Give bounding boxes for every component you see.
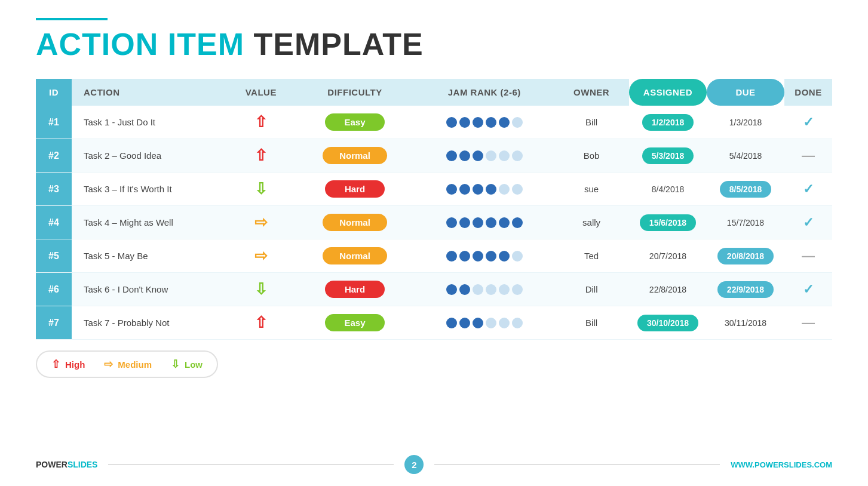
jam-dot-filled: [473, 251, 483, 262]
col-header-difficulty: DIFFICULTY: [295, 79, 415, 106]
row-done: ✓: [784, 173, 832, 206]
jam-dot-filled: [446, 184, 457, 195]
assigned-plain: 20/7/2018: [649, 251, 686, 261]
row-difficulty: Normal: [295, 239, 415, 273]
jam-dot-filled: [459, 117, 470, 128]
difficulty-badge: Easy: [325, 314, 385, 331]
jam-dot-filled: [459, 251, 470, 262]
row-due: 5/4/2018: [707, 139, 784, 173]
row-difficulty: Hard: [295, 273, 415, 306]
jam-dot-empty: [486, 318, 496, 328]
legend-bar: ⇧ High ⇨ Medium ⇩ Low: [36, 350, 218, 378]
table-row: #2 Task 2 – Good Idea ⇧ Normal Bob 5/3/2…: [36, 139, 832, 173]
jam-dot-empty: [512, 318, 523, 328]
row-done: ✓: [784, 106, 832, 139]
difficulty-badge: Normal: [323, 247, 387, 264]
jam-dot-filled: [459, 217, 470, 228]
jam-dot-filled: [486, 184, 496, 195]
row-jam-rank: [415, 173, 554, 206]
footer-line-right: [434, 464, 720, 465]
jam-dot-filled: [459, 318, 470, 328]
jam-dot-empty: [499, 284, 510, 295]
jam-dot-empty: [486, 284, 496, 295]
row-difficulty: Normal: [295, 206, 415, 239]
jam-dot-filled: [459, 150, 470, 161]
row-action: Task 7 - Probably Not: [72, 306, 227, 340]
row-jam-rank: [415, 139, 554, 173]
jam-dot-empty: [499, 150, 510, 161]
row-due: 30/11/2018: [707, 306, 784, 340]
row-id: #4: [36, 206, 72, 239]
row-done: —: [784, 139, 832, 173]
table-row: #4 Task 4 – Might as Well ⇨ Normal sally…: [36, 206, 832, 239]
jam-dot-filled: [446, 251, 457, 262]
difficulty-badge: Easy: [325, 113, 385, 131]
legend-high-label: High: [65, 359, 85, 370]
row-due: 8/5/2018: [707, 173, 784, 206]
row-owner: Ted: [554, 239, 629, 273]
due-plain: 1/3/2018: [729, 118, 762, 127]
legend-item-medium: ⇨ Medium: [104, 358, 152, 371]
row-owner: sue: [554, 173, 629, 206]
table-body: #1 Task 1 - Just Do It ⇧ Easy Bill 1/2/2…: [36, 106, 832, 340]
row-owner: Bob: [554, 139, 629, 173]
jam-dot-filled: [486, 117, 496, 128]
footer-page-number: 2: [404, 455, 424, 474]
legend-item-high: ⇧ High: [51, 358, 85, 371]
row-action: Task 3 – If It's Worth It: [72, 173, 227, 206]
row-action: Task 1 - Just Do It: [72, 106, 227, 139]
row-due: 1/3/2018: [707, 106, 784, 139]
title-part1: ACTION ITEM: [36, 27, 244, 61]
row-assigned: 15/6/2018: [629, 206, 707, 239]
title-part2: TEMPLATE: [244, 27, 424, 61]
jam-dot-empty: [512, 117, 523, 128]
jam-dot-filled: [459, 184, 470, 195]
row-id: #5: [36, 239, 72, 273]
row-jam-rank: [415, 306, 554, 340]
col-header-jam-rank: JAM RANK (2-6): [415, 79, 554, 106]
page-title: ACTION ITEM TEMPLATE: [36, 26, 832, 62]
row-done: ✓: [784, 206, 832, 239]
row-assigned: 8/4/2018: [629, 173, 707, 206]
row-jam-rank: [415, 239, 554, 273]
row-value: ⇧: [227, 306, 295, 340]
row-done: ✓: [784, 273, 832, 306]
assigned-badge: 1/2/2018: [642, 114, 694, 131]
row-value: ⇧: [227, 106, 295, 139]
due-plain: 5/4/2018: [729, 151, 762, 161]
footer-brand-colored: SLIDES: [68, 460, 98, 469]
done-checkmark: ✓: [803, 215, 814, 230]
col-header-id: ID: [36, 79, 72, 106]
row-assigned: 30/10/2018: [629, 306, 707, 340]
row-due: 15/7/2018: [707, 206, 784, 239]
row-difficulty: Easy: [295, 306, 415, 340]
row-id: #1: [36, 106, 72, 139]
assigned-badge: 5/3/2018: [642, 147, 694, 164]
col-header-action: ACTION: [72, 79, 227, 106]
done-dash: —: [802, 315, 815, 330]
legend-low-label: Low: [185, 359, 203, 370]
difficulty-badge: Normal: [323, 214, 387, 231]
row-action: Task 4 – Might as Well: [72, 206, 227, 239]
jam-dot-empty: [512, 251, 523, 262]
row-owner: sally: [554, 206, 629, 239]
due-badge: 8/5/2018: [720, 181, 772, 198]
row-value: ⇨: [227, 239, 295, 273]
row-difficulty: Normal: [295, 139, 415, 173]
row-action: Task 6 - I Don't Know: [72, 273, 227, 306]
jam-dot-filled: [446, 284, 457, 295]
jam-dot-filled: [512, 217, 523, 228]
table-row: #3 Task 3 – If It's Worth It ⇩ Hard sue …: [36, 173, 832, 206]
col-header-assigned: ASSIGNED: [629, 79, 707, 106]
medium-icon: ⇨: [104, 358, 113, 371]
jam-dot-filled: [486, 251, 496, 262]
done-checkmark: ✓: [803, 282, 814, 297]
difficulty-badge: Hard: [325, 281, 385, 298]
legend-medium-label: Medium: [118, 359, 152, 370]
row-done: —: [784, 239, 832, 273]
done-checkmark: ✓: [803, 115, 814, 130]
slide: ACTION ITEM TEMPLATE ID ACTION VALUE DIF…: [0, 0, 868, 486]
row-owner: Bill: [554, 106, 629, 139]
due-plain: 30/11/2018: [725, 318, 766, 328]
jam-dot-empty: [512, 184, 523, 195]
